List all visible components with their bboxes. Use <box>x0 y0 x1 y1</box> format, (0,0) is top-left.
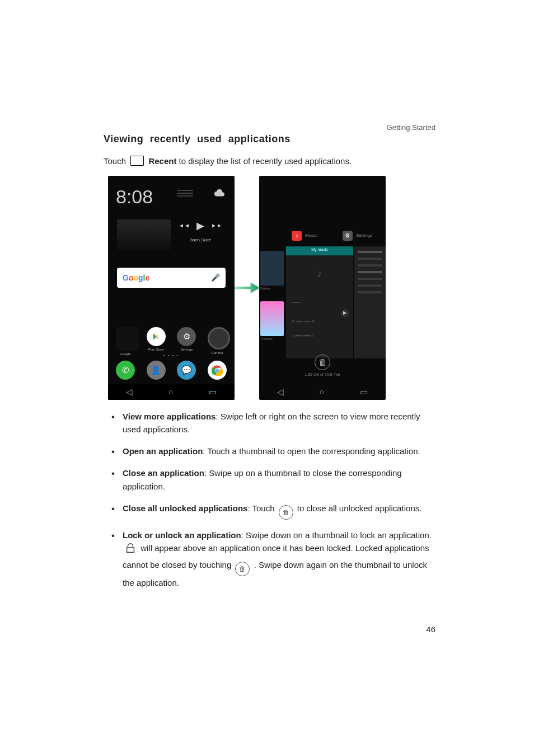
chrome-icon <box>208 361 227 380</box>
figure: 8:08 ◄◄ ▶ ►► Bach Suite Google 🎤 Google <box>108 176 436 400</box>
t: : Touch <box>247 503 277 513</box>
card-label: Music <box>305 233 317 238</box>
dock-row: ✆ 👤 💬 <box>116 361 227 380</box>
center-title: My music <box>286 248 353 251</box>
play-small-icon: ▶ <box>341 309 349 317</box>
music-widget: ◄◄ ▶ ►► Bach Suite <box>175 216 226 242</box>
thumb <box>260 251 284 286</box>
back-icon: ◁ <box>277 387 284 397</box>
home-icon: ○ <box>319 387 324 396</box>
trash-circle-icon: 🗑 <box>279 505 293 520</box>
t: : Swipe down on a thumbnail to lock an a… <box>241 530 432 540</box>
back-icon: ◁ <box>126 387 133 397</box>
camera-icon <box>208 327 230 349</box>
section-header: Getting Started <box>387 123 435 132</box>
clear-all: 🗑 1.80 GB of 2GB free <box>259 354 386 376</box>
track-name: Bach Suite <box>175 237 226 242</box>
thumb <box>260 301 284 336</box>
b: Close all unlocked applications <box>123 503 247 513</box>
scenery-widget <box>117 220 171 251</box>
b: Close an application <box>123 468 204 478</box>
clock-widget: 8:08 <box>116 186 153 208</box>
card-right <box>354 246 386 358</box>
recent-icon <box>130 156 144 166</box>
intro-pre: Touch <box>104 156 128 166</box>
widget-lines <box>177 188 193 198</box>
play-icon: ▶ <box>196 220 204 232</box>
memory-caption: 1.80 GB of 2GB free <box>259 372 386 376</box>
page-title: Viewing recently used applications <box>104 133 436 145</box>
google-search-bar: Google 🎤 <box>117 268 226 288</box>
intro-paragraph: Touch Recent to display the list of rece… <box>104 155 436 168</box>
list-item: Close all unlocked applications: Touch 🗑… <box>104 502 436 520</box>
app-label: Play Store <box>147 348 166 351</box>
recent-nav-icon: ▭ <box>360 387 368 397</box>
intro-post: to display the list of recently used app… <box>179 156 352 166</box>
intro-keyword: Recent <box>148 156 176 166</box>
messaging-icon: 💬 <box>177 361 196 380</box>
phone-recents-screenshot: ♪ Music ⚙ Settings Gallery Themes My mu <box>259 176 386 400</box>
trash-circle-icon: 🗑 <box>235 562 250 576</box>
nav-bar: ◁ ○ ▭ <box>108 384 235 400</box>
settings-icon: ⚙ <box>177 327 196 346</box>
b: Open an application <box>123 446 203 456</box>
settings-badge-icon: ⚙ <box>343 231 353 241</box>
lock-icon <box>124 542 137 558</box>
home-icon: ○ <box>168 387 173 396</box>
recents-cards: Gallery Themes My music ♪ ━━━━ ▶ ⤮ ━━━ ━… <box>259 246 386 358</box>
page-number: 46 <box>426 624 435 634</box>
instruction-list: View more applications: Swipe left or ri… <box>104 410 436 590</box>
list-item: Close an application: Swipe up on a thum… <box>104 466 436 493</box>
phone-home-screenshot: 8:08 ◄◄ ▶ ►► Bach Suite Google 🎤 Google <box>108 176 235 400</box>
page-dots: • • • • <box>108 354 235 357</box>
mic-icon: 🎤 <box>211 273 220 282</box>
b: Lock or unlock an application <box>123 530 241 540</box>
contacts-icon: 👤 <box>147 361 166 380</box>
music-badge-icon: ♪ <box>292 231 302 241</box>
t: to close all unlocked applications. <box>297 503 422 513</box>
weather-icon <box>213 189 226 200</box>
card-center: My music ♪ ━━━━ ▶ ⤮ ━━━ ━━━ ⟳ ◁ ━━━ ━━━ … <box>286 246 353 358</box>
t: : Touch a thumbnail to open the correspo… <box>203 446 420 456</box>
google-logo: Google <box>123 273 149 282</box>
music-note-icon: ♪ <box>286 268 353 279</box>
b: View more applications <box>123 412 216 421</box>
recent-nav-icon: ▭ <box>209 387 217 397</box>
trash-icon: 🗑 <box>315 354 330 370</box>
card-label: Settings <box>356 233 372 238</box>
prev-icon: ◄◄ <box>179 222 190 228</box>
list-item: View more applications: Swipe left or ri… <box>104 410 436 436</box>
svg-point-3 <box>216 369 218 371</box>
nav-bar: ◁ ○ ▭ <box>259 384 386 400</box>
card-left: Gallery Themes <box>259 246 286 358</box>
thumb-caption: Themes <box>260 337 286 340</box>
recents-header: ♪ Music ⚙ Settings <box>292 231 386 241</box>
app-label: Settings <box>177 348 196 351</box>
arrow-icon <box>235 281 259 295</box>
thumb-caption: Gallery <box>260 287 286 290</box>
play-store-icon <box>147 327 166 346</box>
list-item: Lock or unlock an application: Swipe dow… <box>104 529 436 589</box>
app-row-1: Google Play Store ⚙Settings Camera <box>116 327 227 356</box>
next-icon: ►► <box>211 222 222 228</box>
phone-icon: ✆ <box>116 361 135 380</box>
list-item: Open an application: Touch a thumbnail t… <box>104 445 436 458</box>
folder-icon <box>116 327 139 351</box>
